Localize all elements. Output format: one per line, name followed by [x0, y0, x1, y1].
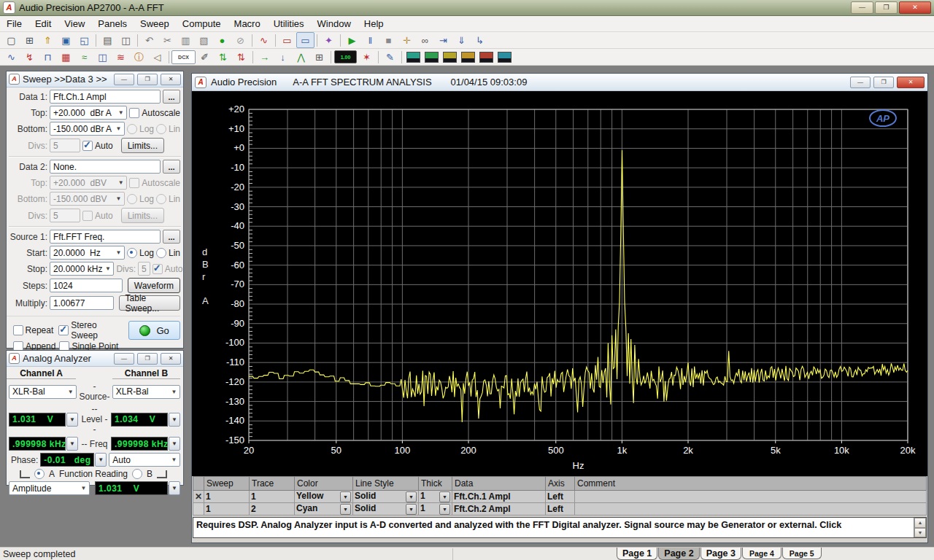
- scroll-down-icon[interactable]: ▼: [914, 528, 926, 538]
- step-last-icon[interactable]: ↳: [471, 32, 489, 48]
- analyzer-minimize-button[interactable]: —: [114, 353, 134, 365]
- go-test-icon[interactable]: ●: [213, 32, 231, 48]
- chevron-down-icon[interactable]: ▼: [66, 437, 78, 451]
- line-style-cell[interactable]: Solid▼: [353, 503, 419, 516]
- sweep-close-button[interactable]: ✕: [161, 74, 181, 85]
- chevron-down-icon[interactable]: ▼: [79, 483, 88, 494]
- chevron-down-icon[interactable]: ▼: [169, 481, 180, 495]
- meter-icon[interactable]: 1.00: [334, 50, 357, 63]
- chevron-down-icon[interactable]: ▼: [439, 504, 450, 515]
- comment-cell[interactable]: [575, 503, 927, 516]
- data1-divs-field[interactable]: 5: [50, 139, 80, 152]
- sweep-append-icon[interactable]: ↓: [274, 49, 292, 65]
- start-field[interactable]: 20.0000 Hz▼: [50, 246, 125, 260]
- data2-bottom-field[interactable]: -150.000 dBV▼: [50, 192, 125, 206]
- copy-icon[interactable]: ▥: [177, 32, 195, 48]
- chevron-down-icon[interactable]: ▼: [340, 504, 351, 515]
- source-lin-radio[interactable]: [156, 248, 166, 258]
- spectrum-tree-icon[interactable]: ✶: [358, 49, 376, 65]
- data1-top-field[interactable]: +20.000 dBr A▼: [50, 106, 127, 120]
- go-button[interactable]: Go: [128, 321, 180, 340]
- stereo-sweep-checkbox[interactable]: [58, 325, 69, 335]
- page-setup-2-icon[interactable]: [422, 49, 441, 65]
- thick-cell[interactable]: 1▼: [419, 503, 452, 516]
- report-editor-icon[interactable]: ✎: [381, 49, 399, 65]
- data1-browse-button[interactable]: ...: [163, 90, 180, 104]
- print-preview-icon[interactable]: ◫: [117, 32, 135, 48]
- probe-icon[interactable]: ✐: [196, 49, 214, 65]
- tab-page-1[interactable]: Page 1: [617, 548, 657, 560]
- data2-divs-field[interactable]: 5: [50, 209, 80, 222]
- chevron-down-icon[interactable]: ▼: [103, 263, 112, 274]
- function-select[interactable]: Amplitude▼: [9, 481, 90, 495]
- data2-browse-button[interactable]: ...: [163, 160, 180, 174]
- data1-log-radio[interactable]: [127, 124, 137, 134]
- data2-field[interactable]: None.: [50, 160, 161, 174]
- data1-field[interactable]: Fft.Ch.1 Ampl: [50, 90, 161, 104]
- fft-minimize-button[interactable]: —: [850, 77, 871, 88]
- new-test-icon[interactable]: ▢: [2, 32, 20, 48]
- sweep-stop-icon[interactable]: ■: [379, 32, 398, 48]
- thick-cell[interactable]: 1▼: [419, 491, 452, 503]
- chevron-down-icon[interactable]: ▼: [340, 491, 351, 502]
- chevron-down-icon[interactable]: ▼: [439, 491, 450, 502]
- source-divs-field[interactable]: 5: [138, 262, 150, 276]
- menu-utilities[interactable]: Utilities: [267, 17, 311, 31]
- data2-limits-button[interactable]: Limits...: [121, 208, 164, 223]
- table-sweep-button[interactable]: Table Sweep...: [119, 295, 180, 311]
- chevron-down-icon[interactable]: ▼: [169, 413, 180, 427]
- sweep-minimize-button[interactable]: —: [114, 74, 134, 85]
- data2-lin-radio[interactable]: [156, 194, 166, 204]
- digital-io-icon[interactable]: ◫: [93, 49, 112, 65]
- chevron-down-icon[interactable]: ▼: [169, 386, 179, 397]
- sweep-cell[interactable]: 1: [204, 491, 250, 503]
- tab-page-2[interactable]: Page 2: [658, 548, 699, 560]
- axis-cell[interactable]: Left: [546, 491, 575, 503]
- data1-lin-radio[interactable]: [156, 124, 166, 134]
- jitter-icon[interactable]: ≋: [112, 49, 130, 65]
- tab-page-5[interactable]: Page 5: [782, 548, 822, 559]
- cut-icon[interactable]: ✂: [158, 32, 177, 48]
- page-setup-5-icon[interactable]: [477, 49, 495, 65]
- color-cell[interactable]: Cyan▼: [295, 503, 353, 516]
- undo-icon[interactable]: ↶: [140, 32, 158, 48]
- sweep-pause-icon[interactable]: ‖: [361, 32, 379, 48]
- monitor-speaker-icon[interactable]: ◁: [148, 49, 166, 65]
- sweep-cell[interactable]: 1: [204, 503, 250, 516]
- tab-page-4[interactable]: Page 4: [742, 548, 781, 559]
- function-reading-a-radio[interactable]: [34, 469, 45, 479]
- sweep-start-icon[interactable]: ▶: [343, 32, 361, 48]
- dcx-icon[interactable]: DCX: [171, 50, 196, 64]
- analog-generator-icon[interactable]: ∿: [2, 49, 20, 65]
- chevron-down-icon[interactable]: ▼: [406, 491, 417, 502]
- step-down-icon[interactable]: ⇓: [452, 32, 471, 48]
- source1-field[interactable]: Fft.FFT Freq.: [50, 230, 161, 244]
- sweep-go-icon[interactable]: →: [255, 49, 274, 65]
- menu-help[interactable]: Help: [358, 17, 390, 31]
- bargraph-red-icon[interactable]: ⇅: [232, 49, 250, 65]
- chevron-down-icon[interactable]: ▼: [66, 413, 78, 427]
- fft-close-button[interactable]: ✕: [897, 77, 925, 88]
- menu-window[interactable]: Window: [311, 17, 358, 31]
- analyzer-close-button[interactable]: ✕: [161, 353, 181, 365]
- line-style-cell[interactable]: Solid▼: [353, 491, 419, 503]
- chevron-down-icon[interactable]: ▼: [114, 247, 123, 258]
- color-graph-icon[interactable]: ∿: [255, 32, 273, 48]
- source-auto-checkbox[interactable]: [153, 264, 163, 274]
- view-data-icon[interactable]: ⊞: [310, 49, 328, 65]
- data-cell[interactable]: Fft.Ch.2 Ampl: [452, 503, 546, 516]
- menu-edit[interactable]: Edit: [28, 17, 58, 31]
- inspect-icon[interactable]: ∞: [416, 32, 434, 48]
- sweep-restore-button[interactable]: ❐: [137, 74, 158, 85]
- save-all-icon[interactable]: ◱: [75, 32, 93, 48]
- data2-log-radio[interactable]: [127, 194, 137, 204]
- comment-cell[interactable]: [575, 491, 927, 503]
- minimize-button[interactable]: —: [851, 1, 873, 14]
- phase-mode-select[interactable]: Auto▼: [109, 453, 180, 467]
- pan-icon[interactable]: ✛: [398, 32, 416, 48]
- trace-selector[interactable]: ✕: [193, 491, 204, 503]
- chevron-down-icon[interactable]: ▼: [114, 123, 123, 134]
- bargraph-green-icon[interactable]: ⇅: [214, 49, 232, 65]
- chevron-down-icon[interactable]: ▼: [95, 453, 107, 467]
- chevron-down-icon[interactable]: ▼: [66, 386, 75, 397]
